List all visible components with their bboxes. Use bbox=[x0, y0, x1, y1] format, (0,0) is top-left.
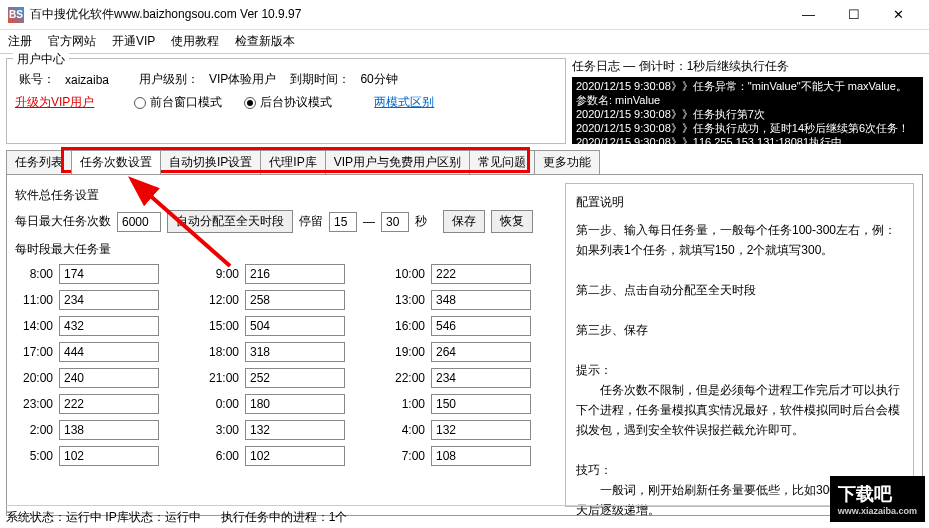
hour-label: 12:00 bbox=[201, 293, 239, 307]
hour-input[interactable] bbox=[431, 342, 531, 362]
hour-input[interactable] bbox=[245, 446, 345, 466]
hour-label: 15:00 bbox=[201, 319, 239, 333]
menu-bar: 注册 官方网站 开通VIP 使用教程 检查新版本 bbox=[0, 30, 929, 54]
hour-cell: 6:00 bbox=[201, 446, 369, 466]
hour-label: 18:00 bbox=[201, 345, 239, 359]
hour-label: 7:00 bbox=[387, 449, 425, 463]
hour-input[interactable] bbox=[431, 316, 531, 336]
status-bar: 系统状态：运行中 IP库状态：运行中 执行任务中的进程：1个 bbox=[6, 505, 923, 526]
hour-cell: 22:00 bbox=[387, 368, 555, 388]
section-hour-title: 每时段最大任务量 bbox=[15, 241, 555, 258]
hour-input[interactable] bbox=[59, 290, 159, 310]
maximize-button[interactable]: ☐ bbox=[831, 1, 876, 29]
hour-label: 2:00 bbox=[15, 423, 53, 437]
hour-input[interactable] bbox=[431, 368, 531, 388]
close-button[interactable]: ✕ bbox=[876, 1, 921, 29]
hour-cell: 20:00 bbox=[15, 368, 183, 388]
log-line: 2020/12/15 9:30:08》》116.255.153.131:1808… bbox=[576, 135, 919, 144]
app-icon: BS bbox=[8, 7, 24, 23]
hour-grid: 8:009:0010:0011:0012:0013:0014:0015:0016… bbox=[15, 264, 555, 466]
pause-from-input[interactable] bbox=[329, 212, 357, 232]
hour-input[interactable] bbox=[59, 316, 159, 336]
desc-p: 第一步、输入每日任务量，一般每个任务100-300左右，例：如果列表1个任务，就… bbox=[576, 220, 903, 260]
daily-max-input[interactable] bbox=[117, 212, 161, 232]
pause-label: 停留 bbox=[299, 213, 323, 230]
radio-icon bbox=[244, 97, 256, 109]
hour-label: 1:00 bbox=[387, 397, 425, 411]
task-log-panel: 任务日志 — 倒计时：1秒后继续执行任务 2020/12/15 9:30:08》… bbox=[572, 58, 923, 144]
pause-to-input[interactable] bbox=[381, 212, 409, 232]
tab-proxy-lib[interactable]: 代理IP库 bbox=[260, 150, 325, 174]
watermark-url: www.xiazaiba.com bbox=[838, 506, 917, 516]
hour-cell: 2:00 bbox=[15, 420, 183, 440]
menu-website[interactable]: 官方网站 bbox=[48, 33, 96, 50]
hour-input[interactable] bbox=[59, 368, 159, 388]
log-box[interactable]: 2020/12/15 9:30:08》》任务异常："minValue"不能大于 … bbox=[572, 77, 923, 144]
mode-front-radio[interactable]: 前台窗口模式 bbox=[134, 94, 222, 111]
hour-input[interactable] bbox=[245, 420, 345, 440]
watermark-text: 下载吧 bbox=[838, 484, 892, 504]
menu-tutorial[interactable]: 使用教程 bbox=[171, 33, 219, 50]
hour-input[interactable] bbox=[59, 420, 159, 440]
hour-cell: 23:00 bbox=[15, 394, 183, 414]
hour-input[interactable] bbox=[431, 420, 531, 440]
status-system: 系统状态：运行中 IP库状态：运行中 bbox=[6, 509, 201, 526]
save-button[interactable]: 保存 bbox=[443, 210, 485, 233]
hour-input[interactable] bbox=[59, 446, 159, 466]
menu-vip[interactable]: 开通VIP bbox=[112, 33, 155, 50]
tabs: 任务列表 任务次数设置 自动切换IP设置 代理IP库 VIP用户与免费用户区别 … bbox=[6, 150, 923, 174]
hour-input[interactable] bbox=[245, 368, 345, 388]
hour-label: 14:00 bbox=[15, 319, 53, 333]
hour-cell: 7:00 bbox=[387, 446, 555, 466]
hour-input[interactable] bbox=[59, 342, 159, 362]
auto-distribute-button[interactable]: 自动分配至全天时段 bbox=[167, 210, 293, 233]
hour-input[interactable] bbox=[245, 290, 345, 310]
hour-label: 13:00 bbox=[387, 293, 425, 307]
hour-input[interactable] bbox=[245, 316, 345, 336]
hour-input[interactable] bbox=[431, 264, 531, 284]
hour-input[interactable] bbox=[59, 264, 159, 284]
hour-input[interactable] bbox=[245, 342, 345, 362]
tab-more[interactable]: 更多功能 bbox=[534, 150, 600, 174]
menu-update[interactable]: 检查新版本 bbox=[235, 33, 295, 50]
hour-cell: 8:00 bbox=[15, 264, 183, 284]
radio-icon bbox=[134, 97, 146, 109]
hour-cell: 21:00 bbox=[201, 368, 369, 388]
tab-task-list[interactable]: 任务列表 bbox=[6, 150, 72, 174]
menu-register[interactable]: 注册 bbox=[8, 33, 32, 50]
mode-back-label: 后台协议模式 bbox=[260, 94, 332, 111]
window-title: 百中搜优化软件www.baizhongsou.com Ver 10.9.97 bbox=[30, 6, 786, 23]
hour-label: 16:00 bbox=[387, 319, 425, 333]
tab-faq[interactable]: 常见问题 bbox=[469, 150, 535, 174]
tab-task-count[interactable]: 任务次数设置 bbox=[71, 150, 161, 174]
hour-input[interactable] bbox=[431, 290, 531, 310]
hour-cell: 18:00 bbox=[201, 342, 369, 362]
hour-input[interactable] bbox=[245, 264, 345, 284]
mode-diff-link[interactable]: 两模式区别 bbox=[374, 94, 434, 111]
hour-label: 19:00 bbox=[387, 345, 425, 359]
config-desc-box: 配置说明 第一步、输入每日任务量，一般每个任务100-300左右，例：如果列表1… bbox=[565, 183, 914, 507]
status-process: 执行任务中的进程：1个 bbox=[221, 509, 348, 526]
account-label: 账号： bbox=[15, 71, 55, 88]
expire-label: 到期时间： bbox=[290, 71, 350, 88]
desc-p: 提示： bbox=[576, 360, 903, 380]
tab-vip-diff[interactable]: VIP用户与免费用户区别 bbox=[325, 150, 470, 174]
tab-ip-switch[interactable]: 自动切换IP设置 bbox=[160, 150, 261, 174]
hour-cell: 3:00 bbox=[201, 420, 369, 440]
minimize-button[interactable]: — bbox=[786, 1, 831, 29]
level-label: 用户级别： bbox=[139, 71, 199, 88]
hour-input[interactable] bbox=[245, 394, 345, 414]
restore-button[interactable]: 恢复 bbox=[491, 210, 533, 233]
account-value: xaizaiba bbox=[65, 73, 109, 87]
hour-cell: 13:00 bbox=[387, 290, 555, 310]
hour-input[interactable] bbox=[431, 446, 531, 466]
hour-input[interactable] bbox=[431, 394, 531, 414]
hour-cell: 9:00 bbox=[201, 264, 369, 284]
desc-p: 第二步、点击自动分配至全天时段 bbox=[576, 280, 903, 300]
upgrade-vip-link[interactable]: 升级为VIP用户 bbox=[15, 94, 94, 111]
mode-back-radio[interactable]: 后台协议模式 bbox=[244, 94, 332, 111]
hour-cell: 19:00 bbox=[387, 342, 555, 362]
watermark: 下载吧 www.xiazaiba.com bbox=[830, 476, 925, 522]
tab-content: 软件总任务设置 每日最大任务次数 自动分配至全天时段 停留 — 秒 保存 恢复 … bbox=[6, 174, 923, 516]
hour-input[interactable] bbox=[59, 394, 159, 414]
